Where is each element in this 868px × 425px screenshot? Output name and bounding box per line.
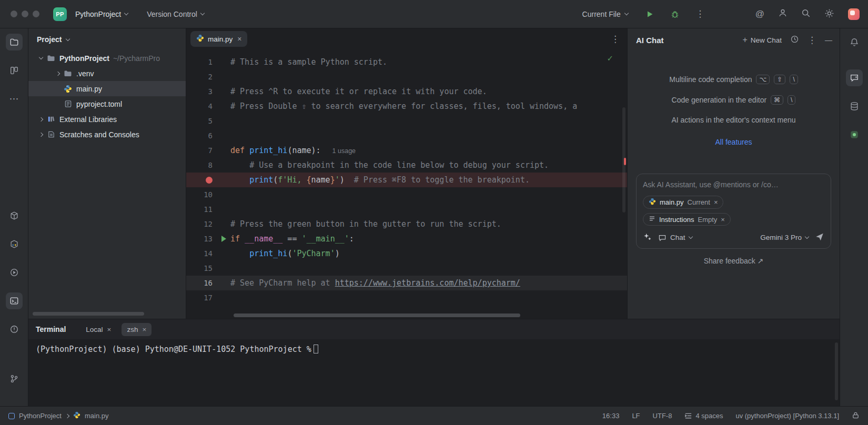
attachment-chip-main-py[interactable]: main.py Current × [643, 196, 723, 209]
readonly-toggle[interactable] [852, 411, 860, 421]
terminal-output[interactable]: (PythonProject) (base) Python@DE-UNIT-10… [28, 339, 840, 406]
line-separator-widget[interactable]: LF [632, 412, 640, 420]
profile-badge-icon[interactable] [848, 8, 860, 20]
model-selector[interactable]: Gemini 3 Pro [760, 234, 809, 241]
editor-options-kebab[interactable]: ⋮ [611, 34, 620, 45]
tree-item-pyproject-toml[interactable]: pyproject.toml [28, 96, 186, 112]
line-number[interactable]: 14 [186, 246, 217, 261]
line-number[interactable] [186, 173, 217, 187]
run-configuration-selector[interactable]: Current File [582, 10, 628, 18]
line-number[interactable]: 7 [186, 143, 217, 158]
close-tab-icon[interactable]: × [237, 35, 241, 43]
code-line[interactable]: 1# This is a sample Python script. [186, 55, 627, 69]
chat-mode-selector[interactable]: Chat [658, 234, 692, 242]
tab-main-py[interactable]: main.py × [190, 31, 247, 47]
breadcrumb-project[interactable]: PythonProject [19, 412, 62, 420]
code-line[interactable]: 15 [186, 261, 627, 276]
send-button[interactable] [815, 232, 824, 243]
code-line[interactable]: 3# Press ^R to execute it or replace it … [186, 84, 627, 99]
line-number[interactable]: 6 [186, 128, 217, 143]
code-line[interactable]: 12# Press the green button in the gutter… [186, 217, 627, 231]
project-panel-header[interactable]: Project [28, 28, 186, 50]
ai-mentions-button[interactable]: @ [755, 9, 764, 19]
line-number[interactable]: 15 [186, 261, 217, 276]
structure-tool-button[interactable] [6, 62, 23, 79]
version-control-menu[interactable]: Version Control [144, 8, 207, 21]
code-line[interactable]: 10 [186, 187, 627, 202]
line-number[interactable]: 4 [186, 99, 217, 114]
terminal-tab-zsh[interactable]: zsh× [122, 323, 152, 336]
settings-button[interactable] [824, 8, 834, 20]
line-number[interactable]: 10 [186, 187, 217, 202]
terminal-tool-button[interactable] [6, 292, 23, 309]
run-button[interactable] [642, 6, 658, 22]
notifications-button[interactable] [846, 34, 863, 50]
tree-item-venv[interactable]: .venv [28, 66, 186, 81]
more-tools-button[interactable]: ⋯ [6, 90, 23, 107]
line-number[interactable]: 16 [186, 276, 217, 290]
project-menu[interactable]: PythonProject [72, 8, 131, 21]
search-everywhere-button[interactable] [801, 8, 811, 19]
tree-item-main-py[interactable]: main.py [28, 81, 186, 96]
run-line-icon[interactable] [221, 236, 226, 242]
junie-tool-button[interactable] [846, 126, 863, 143]
code-line[interactable]: 7def print_hi(name):1 usage [186, 143, 627, 158]
code-with-me-button[interactable] [778, 8, 788, 19]
code-line[interactable]: 4# Press Double ⇧ to search everywhere f… [186, 99, 627, 114]
project-tool-button[interactable] [6, 34, 23, 50]
hide-panel-button[interactable]: — [825, 36, 832, 44]
code-line[interactable]: 11 [186, 202, 627, 217]
share-feedback-link[interactable]: Share feedback ↗ [628, 257, 840, 265]
more-actions-button[interactable]: ⋮ [692, 6, 708, 22]
line-number[interactable]: 2 [186, 69, 217, 84]
code-line[interactable]: 6 [186, 128, 627, 143]
all-features-link[interactable]: All features [628, 138, 840, 146]
database-tool-button[interactable] [846, 98, 863, 115]
interpreter-widget[interactable]: uv (pythonProject) [Python 3.13.1] [735, 412, 839, 420]
code-line[interactable]: 16# See PyCharm help at https://www.jetb… [186, 276, 627, 290]
encoding-widget[interactable]: UTF-8 [653, 412, 672, 420]
code-line[interactable]: 13if __name__ == '__main__': [186, 231, 627, 246]
indent-widget[interactable]: 4 spaces [684, 412, 723, 420]
code-line[interactable]: 17 [186, 290, 627, 305]
error-stripe-mark[interactable] [624, 158, 626, 165]
problems-tool-button[interactable] [6, 321, 23, 338]
close-tab-icon[interactable]: × [107, 326, 112, 333]
code-line[interactable]: 8 # Use a breakpoint in the code line be… [186, 158, 627, 173]
code-line[interactable]: 5 [186, 114, 627, 128]
horizontal-scrollbar[interactable] [33, 312, 144, 316]
new-chat-button[interactable]: +New Chat [742, 35, 782, 45]
line-number[interactable]: 17 [186, 290, 217, 305]
ai-prompt-input[interactable]: Ask AI Assistant, use @mentions or /co… … [636, 174, 831, 249]
tree-item-root[interactable]: PythonProject ~/PycharmPro [28, 50, 186, 66]
line-number[interactable]: 1 [186, 55, 217, 69]
ai-chat-tool-button[interactable] [846, 69, 863, 86]
prompt-library-button[interactable] [643, 232, 652, 243]
line-number[interactable]: 11 [186, 202, 217, 217]
terminal-scrollbar[interactable] [835, 342, 838, 400]
code-line[interactable]: print(f'Hi, {name}') # Press ⌘F8 to togg… [186, 173, 627, 187]
terminal-tab-local[interactable]: Local× [80, 323, 116, 336]
version-control-tool-button[interactable] [6, 370, 23, 387]
editor-code-area[interactable]: 1# This is a sample Python script.23# Pr… [186, 49, 627, 319]
line-number[interactable]: 3 [186, 84, 217, 99]
ai-options-kebab[interactable]: ⋮ [808, 36, 816, 45]
line-number[interactable]: 5 [186, 114, 217, 128]
code-line[interactable]: 2 [186, 69, 627, 84]
chat-history-button[interactable] [790, 35, 799, 45]
tree-item-scratches[interactable]: Scratches and Consoles [28, 127, 186, 142]
dependencies-tool-button[interactable] [6, 207, 23, 224]
breadcrumb-file[interactable]: main.py [85, 412, 109, 420]
close-tab-icon[interactable]: × [143, 326, 147, 333]
code-line[interactable]: 14 print_hi('PyCharm') [186, 246, 627, 261]
remove-attachment-icon[interactable]: × [721, 216, 725, 224]
debug-button[interactable] [667, 6, 683, 22]
breakpoint-dot[interactable] [206, 177, 213, 184]
python-packages-tool-button[interactable] [6, 236, 23, 252]
line-number[interactable]: 12 [186, 217, 217, 231]
attachment-chip-instructions[interactable]: Instructions Empty × [643, 213, 731, 226]
remove-attachment-icon[interactable]: × [714, 198, 718, 206]
close-window-button[interactable] [11, 11, 17, 17]
minimize-window-button[interactable] [22, 11, 28, 17]
horizontal-scrollbar[interactable] [234, 313, 520, 317]
